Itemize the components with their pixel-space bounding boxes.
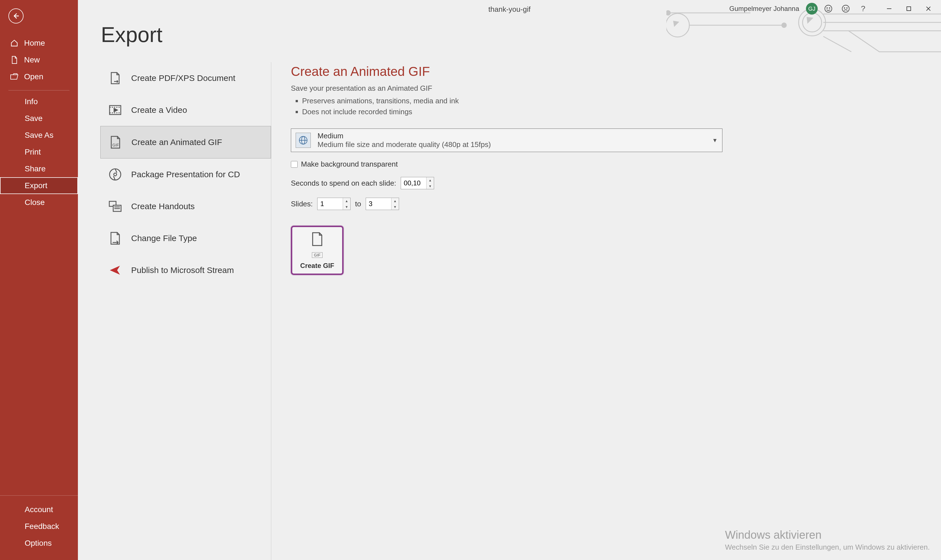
watermark-title: Windows aktivieren: [725, 529, 930, 541]
sidebar-share[interactable]: Share: [0, 160, 78, 177]
transparent-checkbox[interactable]: [291, 161, 298, 168]
sidebar-home[interactable]: Home: [0, 35, 78, 52]
sidebar-bottom: Account Feedback Options: [0, 495, 78, 560]
export-gif-label: Create an Animated GIF: [131, 137, 222, 147]
export-gif[interactable]: GIF Create an Animated GIF: [100, 126, 271, 158]
export-cd[interactable]: Package Presentation for CD: [100, 158, 271, 191]
seconds-up[interactable]: ▲: [426, 177, 434, 183]
window-controls: [879, 2, 938, 16]
transparent-label: Make background transparent: [301, 160, 398, 169]
main: Export Create PDF/XPS Document Create a …: [78, 0, 941, 560]
quality-text: Medium Medium file size and moderate qua…: [318, 132, 491, 149]
export-handouts[interactable]: Create Handouts: [100, 191, 271, 222]
export-pdf[interactable]: Create PDF/XPS Document: [100, 62, 271, 94]
create-gif-icon-sub: GIF: [312, 252, 322, 258]
export-handouts-label: Create Handouts: [131, 202, 195, 211]
slides-from-down[interactable]: ▼: [343, 204, 350, 210]
close-button[interactable]: [919, 2, 938, 16]
pane-bullet-1: Preserves animations, transitions, media…: [302, 95, 921, 106]
export-list: Create PDF/XPS Document Create a Video G…: [100, 62, 271, 560]
slides-to-spinner[interactable]: ▲ ▼: [366, 198, 399, 210]
export-filetype-label: Change File Type: [131, 234, 197, 243]
slides-to-input[interactable]: [366, 198, 391, 210]
gif-icon: GIF: [108, 135, 123, 150]
document-title: thank-you-gif: [488, 5, 531, 14]
quality-dropdown[interactable]: Medium Medium file size and moderate qua…: [291, 129, 722, 152]
sidebar-info[interactable]: Info: [0, 93, 78, 110]
handouts-icon: [108, 199, 123, 214]
seconds-input[interactable]: [401, 177, 426, 189]
svg-rect-17: [907, 7, 911, 11]
sidebar-open[interactable]: Open: [0, 68, 78, 85]
account-name[interactable]: Gumpelmeyer Johanna: [730, 5, 799, 12]
titlebar: thank-you-gif Gumpelmeyer Johanna GJ ?: [78, 0, 941, 17]
slides-to-down[interactable]: ▼: [392, 204, 399, 210]
svg-text:GIF: GIF: [113, 143, 119, 147]
pane-bullets: Preserves animations, transitions, media…: [302, 95, 921, 117]
sidebar-export[interactable]: Export: [0, 177, 78, 194]
back-button[interactable]: [8, 8, 23, 23]
svg-point-26: [114, 173, 117, 176]
export-pdf-label: Create PDF/XPS Document: [131, 73, 235, 83]
cd-icon: [108, 167, 123, 182]
slides-from-input[interactable]: [318, 198, 343, 210]
video-icon: [108, 103, 123, 118]
seconds-down[interactable]: ▼: [426, 183, 434, 189]
svg-point-25: [110, 169, 121, 180]
chevron-down-icon: ▼: [712, 137, 718, 144]
sidebar-save-as[interactable]: Save As: [0, 127, 78, 144]
svg-point-14: [844, 8, 845, 8]
sidebar-new[interactable]: New: [0, 52, 78, 68]
export-video[interactable]: Create a Video: [100, 94, 271, 126]
maximize-button[interactable]: [899, 2, 919, 16]
help-icon[interactable]: ?: [856, 2, 870, 15]
slides-to-label: to: [355, 200, 361, 208]
sad-icon[interactable]: [839, 2, 852, 15]
sidebar-close[interactable]: Close: [0, 194, 78, 211]
sidebar-print[interactable]: Print: [0, 144, 78, 160]
quality-sub: Medium file size and moderate quality (4…: [318, 140, 491, 149]
minimize-button[interactable]: [879, 2, 899, 16]
pdf-icon: [108, 71, 123, 86]
titlebar-right: Gumpelmeyer Johanna GJ ?: [730, 0, 938, 17]
avatar[interactable]: GJ: [806, 3, 818, 15]
svg-point-15: [847, 8, 847, 8]
svg-point-12: [829, 8, 830, 8]
pane-heading: Create an Animated GIF: [291, 64, 921, 79]
slides-to-up[interactable]: ▲: [392, 198, 399, 204]
smiley-icon[interactable]: [822, 2, 835, 15]
sidebar-save[interactable]: Save: [0, 110, 78, 127]
export-filetype[interactable]: Change File Type: [100, 222, 271, 254]
filetype-icon: [108, 231, 123, 246]
pane-bullet-2: Does not include recorded timings: [302, 106, 921, 117]
export-stream-label: Publish to Microsoft Stream: [131, 265, 234, 275]
new-icon: [9, 56, 19, 64]
pane-desc: Save your presentation as an Animated GI…: [291, 84, 921, 93]
sidebar-options[interactable]: Options: [0, 535, 78, 552]
svg-point-11: [827, 8, 827, 8]
stream-icon: [108, 263, 123, 278]
slides-from-spinner[interactable]: ▲ ▼: [317, 198, 350, 210]
sidebar-account[interactable]: Account: [0, 501, 78, 518]
seconds-label: Seconds to spend on each slide:: [291, 179, 396, 188]
slides-from-up[interactable]: ▲: [343, 198, 350, 204]
seconds-row: Seconds to spend on each slide: ▲ ▼: [291, 177, 921, 189]
sidebar-open-label: Open: [24, 72, 43, 81]
content: Create PDF/XPS Document Create a Video G…: [78, 17, 941, 560]
seconds-spinner[interactable]: ▲ ▼: [401, 177, 434, 189]
page-title: Export: [101, 22, 162, 47]
sidebar-new-label: New: [24, 55, 40, 65]
app-root: thank-you-gif Gumpelmeyer Johanna GJ ?: [0, 0, 941, 560]
slides-label: Slides:: [291, 200, 313, 208]
export-gif-pane: Create an Animated GIF Save your present…: [271, 62, 941, 560]
transparent-row[interactable]: Make background transparent: [291, 160, 921, 169]
sidebar-home-label: Home: [24, 38, 45, 48]
create-gif-icon: [310, 231, 324, 250]
svg-point-10: [825, 5, 832, 12]
sidebar-separator-1: [8, 90, 69, 91]
quality-title: Medium: [318, 132, 491, 140]
sidebar-feedback[interactable]: Feedback: [0, 518, 78, 535]
export-stream[interactable]: Publish to Microsoft Stream: [100, 254, 271, 286]
create-gif-button[interactable]: GIF Create GIF: [291, 226, 344, 275]
open-icon: [9, 73, 19, 80]
